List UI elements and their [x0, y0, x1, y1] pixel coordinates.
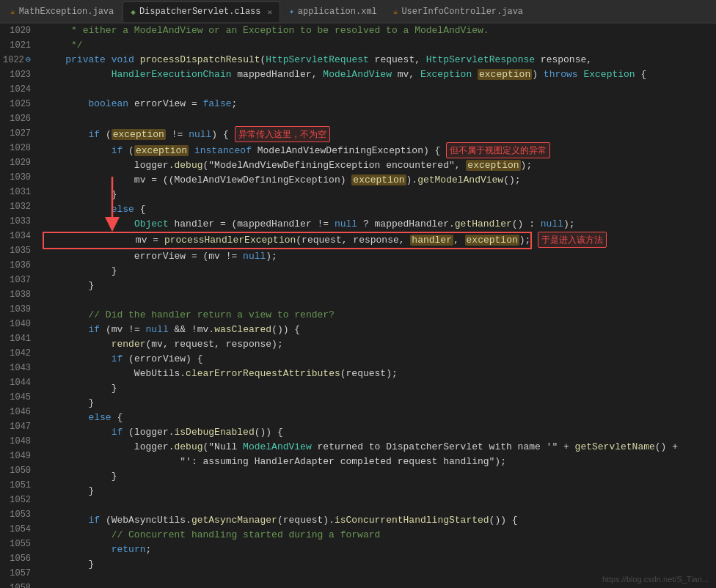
- code-text-1050: }: [43, 469, 117, 484]
- code-text-1047: if (logger.isDebugEnabled()) {: [43, 425, 283, 440]
- code-text-1037: }: [43, 279, 94, 293]
- code-text-1049: "': assuming HandlerAdapter completed re…: [43, 455, 506, 469]
- code-text-1042: if (errorView) {: [43, 352, 202, 367]
- code-text-1022: private void processDispatchResult(HttpS…: [43, 53, 592, 67]
- code-line-1025: boolean errorView = false;: [43, 97, 716, 111]
- code-text-1023: HandlerExecutionChain mappedHandler, Mod…: [43, 67, 646, 82]
- line-num-1028: 1028: [3, 141, 31, 155]
- xml-icon: ✦: [289, 7, 294, 16]
- line-num-1022: 1022⊖: [3, 53, 31, 67]
- code-line-1032: else {: [43, 202, 716, 217]
- line-num-1029: 1029: [3, 155, 31, 170]
- code-text-1044: }: [43, 381, 117, 396]
- line-num-1021: 1021: [3, 38, 31, 53]
- line-num-1027: 1027: [3, 126, 31, 141]
- watermark: https://blog.csdn.net/S_Tian...: [602, 575, 709, 584]
- code-text-1025: boolean errorView = false;: [43, 97, 237, 111]
- line-num-1031: 1031: [3, 185, 31, 199]
- code-line-1030: mv = ((ModelAndViewDefiningException) ex…: [43, 173, 716, 188]
- line-num-1033: 1033: [3, 214, 31, 229]
- code-text-1021: */: [43, 38, 83, 53]
- code-text-1051: }: [43, 484, 94, 499]
- line-num-1049: 1049: [3, 449, 31, 463]
- code-line-1029: logger.debug("ModelAndViewDefiningExcept…: [43, 158, 716, 173]
- line-num-1023: 1023: [3, 67, 31, 82]
- tab-bar: ☕ MathException.java ◆ DispatcherServlet…: [0, 0, 716, 23]
- code-text-1029: logger.debug("ModelAndViewDefiningExcept…: [43, 158, 532, 173]
- code-line-1056: }: [43, 557, 716, 572]
- annotation-enter-method: 于是进入该方法: [538, 232, 607, 248]
- line-num-1046: 1046: [3, 405, 31, 419]
- code-line-1053: if (WebAsyncUtils.getAsyncManager(reques…: [43, 513, 716, 528]
- code-text-1026: [43, 111, 48, 126]
- code-line-1055: return;: [43, 543, 716, 557]
- code-line-1021: */: [43, 38, 716, 53]
- code-text-1056: }: [43, 557, 94, 572]
- line-num-1048: 1048: [3, 434, 31, 449]
- code-line-1033: Object handler = (mappedHandler != null …: [43, 217, 716, 232]
- line-num-1034: 1034: [3, 229, 31, 243]
- code-text-1027: if (exception != null) {异常传入这里，不为空: [43, 126, 330, 142]
- code-line-1028: if (exception instanceof ModelAndViewDef…: [43, 142, 716, 158]
- class-icon: ◆: [131, 7, 136, 17]
- code-content[interactable]: * either a ModelAndView or an Exception …: [37, 23, 716, 588]
- code-line-1031: }: [43, 188, 716, 202]
- code-text-1020: * either a ModelAndView or an Exception …: [43, 23, 489, 38]
- code-line-1044: }: [43, 381, 716, 396]
- tab-userinfocontroller[interactable]: ☕ UserInfoController.java: [386, 1, 530, 22]
- code-line-1024: [43, 82, 716, 97]
- annotation-not-null: 异常传入这里，不为空: [235, 126, 330, 142]
- line-num-1054: 1054: [3, 522, 31, 537]
- code-line-1026: [43, 111, 716, 126]
- tab-label-userinfocontroller: UserInfoController.java: [401, 7, 523, 17]
- close-icon-dispatcherservlet[interactable]: ✕: [268, 7, 273, 17]
- tab-label-applicationxml: application.xml: [298, 7, 377, 17]
- code-line-1042: if (errorView) {: [43, 352, 716, 367]
- line-num-1047: 1047: [3, 419, 31, 434]
- line-num-1052: 1052: [3, 493, 31, 507]
- code-line-1050: }: [43, 469, 716, 484]
- code-text-1038: [43, 293, 48, 308]
- code-line-1041: render(mv, request, response);: [43, 337, 716, 352]
- code-text-1052: [43, 499, 48, 513]
- line-num-1020: 1020: [3, 23, 31, 38]
- code-line-1022: private void processDispatchResult(HttpS…: [43, 53, 716, 67]
- code-text-1033: Object handler = (mappedHandler != null …: [43, 217, 575, 232]
- line-num-1038: 1038: [3, 287, 31, 302]
- java-icon-2: ☕: [393, 7, 398, 16]
- code-line-1034: mv = processHandlerException(request, re…: [43, 232, 716, 249]
- code-line-1037: }: [43, 279, 716, 293]
- code-text-1036: }: [43, 264, 117, 279]
- code-line-1051: }: [43, 484, 716, 499]
- tab-mathexception[interactable]: ☕ MathException.java: [3, 1, 121, 22]
- code-text-1034: mv = processHandlerException(request, re…: [43, 232, 607, 249]
- java-icon-1: ☕: [10, 7, 15, 16]
- code-text-1048: logger.debug("Null ModelAndView returned…: [43, 440, 678, 455]
- code-line-1035: errorView = (mv != null);: [43, 249, 716, 264]
- code-text-1032: else {: [43, 202, 145, 217]
- code-text-1040: if (mv != null && !mv.wasCleared()) {: [43, 323, 300, 337]
- line-num-1036: 1036: [3, 258, 31, 273]
- code-line-1038: [43, 293, 716, 308]
- code-line-1052: [43, 499, 716, 513]
- tab-applicationxml[interactable]: ✦ application.xml: [282, 1, 384, 22]
- code-text-1035: errorView = (mv != null);: [43, 249, 277, 264]
- code-area: 102010211022⊖102310241025102610271028102…: [0, 23, 716, 588]
- line-numbers-gutter: 102010211022⊖102310241025102610271028102…: [0, 23, 37, 588]
- code-text-1039: // Did the handler return a view to rend…: [43, 308, 335, 323]
- line-num-1050: 1050: [3, 463, 31, 478]
- annotation-not-view-exception: 但不属于视图定义的异常: [446, 142, 550, 158]
- tab-dispatcherservlet[interactable]: ◆ DispatcherServlet.class ✕: [123, 1, 280, 22]
- line-num-1032: 1032: [3, 199, 31, 214]
- code-line-1020: * either a ModelAndView or an Exception …: [43, 23, 716, 38]
- line-num-1044: 1044: [3, 375, 31, 390]
- code-line-1039: // Did the handler return a view to rend…: [43, 308, 716, 323]
- tab-label-dispatcherservlet: DispatcherServlet.class: [139, 7, 261, 17]
- line-num-1039: 1039: [3, 302, 31, 317]
- code-text-1045: }: [43, 396, 94, 411]
- code-text-1046: else {: [43, 411, 123, 425]
- line-num-1053: 1053: [3, 507, 31, 522]
- code-line-1048: logger.debug("Null ModelAndView returned…: [43, 440, 716, 455]
- line-num-1045: 1045: [3, 390, 31, 405]
- code-text-1028: if (exception instanceof ModelAndViewDef…: [43, 142, 550, 158]
